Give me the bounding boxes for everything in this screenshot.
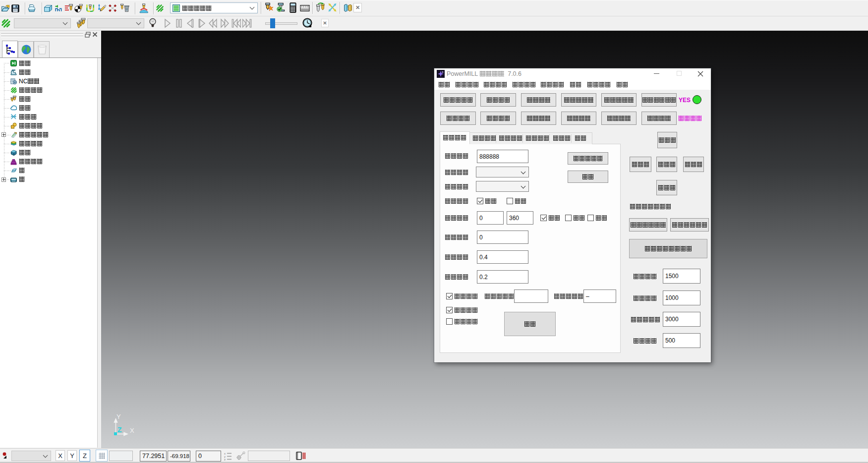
svg-text:Z: Z: [117, 426, 122, 434]
svg-text:z: z: [224, 458, 226, 461]
svg-text:Y: Y: [116, 413, 121, 420]
svg-text:X: X: [130, 427, 134, 434]
